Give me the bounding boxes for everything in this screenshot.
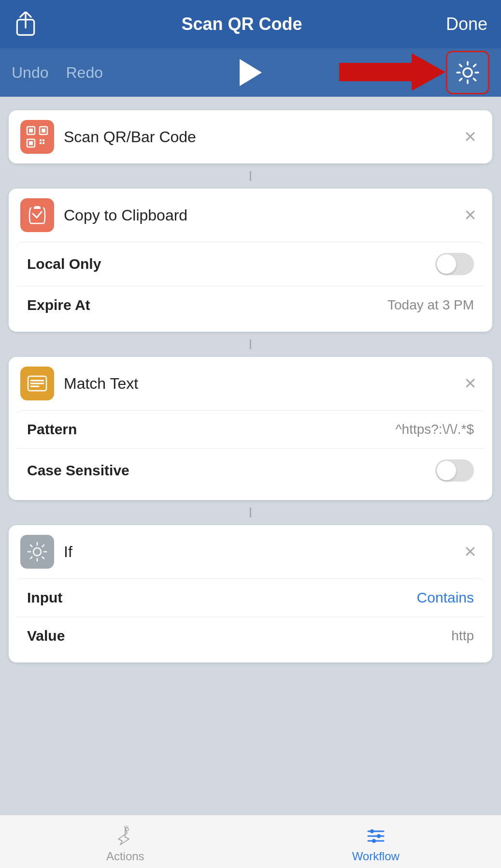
svg-line-14: [33, 214, 37, 218]
svg-marker-2: [339, 53, 445, 91]
action-title-if: If: [64, 543, 450, 561]
action-card-clipboard: Copy to Clipboard ✕ Local Only Expire At…: [9, 189, 492, 332]
action-body-match-text: Pattern ^https?:\/\/.*$ Case Sensitive: [16, 410, 485, 492]
undo-button[interactable]: Undo: [12, 64, 49, 82]
redo-button[interactable]: Redo: [66, 64, 103, 82]
action-row-pattern: Pattern ^https?:\/\/.*$: [16, 411, 485, 448]
tab-workflow-label: Workflow: [352, 850, 400, 863]
expire-at-value[interactable]: Today at 3 PM: [387, 297, 474, 313]
action-card-match-text: Match Text ✕ Pattern ^https?:\/\/.*$ Cas…: [9, 357, 492, 500]
action-icon-qr: [20, 120, 54, 154]
action-header-match-text: Match Text ✕: [9, 357, 492, 410]
main-content: Scan QR/Bar Code ✕ Copy to Clipboard ✕ L…: [0, 97, 501, 815]
pattern-value[interactable]: ^https?:\/\/.*$: [395, 422, 474, 437]
action-header-scan-qr: Scan QR/Bar Code ✕: [9, 110, 492, 163]
action-close-clipboard[interactable]: ✕: [460, 202, 481, 228]
action-title-clipboard: Copy to Clipboard: [64, 206, 450, 224]
action-title-scan-qr: Scan QR/Bar Code: [64, 128, 450, 146]
done-button[interactable]: Done: [446, 14, 487, 34]
action-icon-clipboard: [20, 198, 54, 232]
svg-point-20: [33, 548, 41, 556]
value-value[interactable]: http: [451, 628, 474, 644]
play-button[interactable]: [240, 59, 262, 86]
input-value[interactable]: Contains: [417, 589, 474, 606]
action-header-clipboard: Copy to Clipboard ✕: [9, 189, 492, 242]
action-row-value: Value http: [16, 617, 485, 655]
toolbar: Undo Redo: [0, 48, 501, 97]
action-icon-text: [20, 367, 54, 400]
share-button[interactable]: [14, 10, 38, 39]
svg-point-26: [377, 834, 381, 838]
local-only-label: Local Only: [27, 256, 101, 272]
local-only-toggle[interactable]: [435, 253, 474, 275]
svg-rect-10: [40, 139, 42, 141]
svg-rect-12: [40, 142, 42, 144]
svg-point-3: [463, 68, 472, 77]
actions-icon: [115, 825, 136, 847]
svg-rect-11: [43, 139, 44, 141]
settings-button[interactable]: [446, 51, 489, 94]
svg-point-27: [372, 839, 376, 843]
red-arrow: [339, 53, 445, 91]
action-body-if: Input Contains Value http: [16, 578, 485, 655]
expire-at-label: Expire At: [27, 297, 90, 313]
pattern-label: Pattern: [27, 421, 77, 438]
toggle-knob-case: [437, 461, 456, 480]
input-label: Input: [27, 589, 62, 606]
action-close-match-text[interactable]: ✕: [460, 370, 481, 397]
action-row-expire-at: Expire At Today at 3 PM: [16, 286, 485, 324]
svg-rect-7: [42, 129, 45, 132]
svg-rect-13: [43, 142, 44, 144]
svg-rect-9: [29, 141, 33, 145]
svg-line-15: [37, 212, 42, 218]
tab-bar: Actions Workflow: [0, 815, 501, 868]
connector-1: [250, 171, 251, 181]
action-close-if[interactable]: ✕: [460, 539, 481, 565]
page-title: Scan QR Code: [181, 14, 302, 34]
action-close-scan-qr[interactable]: ✕: [460, 124, 481, 150]
action-row-local-only: Local Only: [16, 242, 485, 286]
action-row-input: Input Contains: [16, 579, 485, 617]
action-title-match-text: Match Text: [64, 375, 450, 393]
toggle-knob: [437, 254, 456, 274]
tab-workflow[interactable]: Workflow: [251, 821, 501, 863]
value-label: Value: [27, 628, 65, 644]
tab-actions[interactable]: Actions: [0, 821, 251, 863]
action-body-clipboard: Local Only Expire At Today at 3 PM: [16, 242, 485, 324]
workflow-icon: [365, 825, 386, 847]
action-card-if: If ✕ Input Contains Value http: [9, 525, 492, 662]
svg-point-25: [370, 829, 374, 833]
action-row-case-sensitive: Case Sensitive: [16, 448, 485, 492]
case-sensitive-label: Case Sensitive: [27, 462, 129, 479]
svg-rect-5: [29, 129, 33, 132]
case-sensitive-toggle[interactable]: [435, 459, 474, 482]
top-bar: Scan QR Code Done: [0, 0, 501, 48]
action-header-if: If ✕: [9, 525, 492, 578]
tab-actions-label: Actions: [106, 850, 144, 863]
action-card-scan-qr: Scan QR/Bar Code ✕: [9, 110, 492, 163]
connector-2: [250, 339, 251, 349]
connector-3: [250, 508, 251, 517]
action-icon-gear: [20, 535, 54, 569]
